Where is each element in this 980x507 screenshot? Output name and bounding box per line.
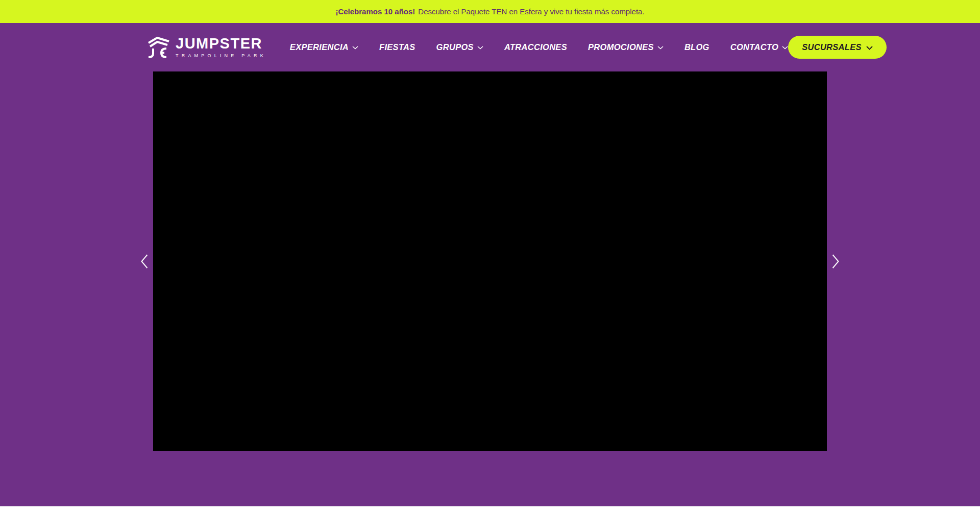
jumpster-mark-icon xyxy=(146,35,171,60)
sucursales-button-label: SUCURSALES xyxy=(802,42,862,52)
nav-item-label: CONTACTO xyxy=(730,42,778,52)
nav-item-fiestas[interactable]: FIESTAS xyxy=(379,42,415,52)
chevron-down-icon xyxy=(352,46,358,50)
nav-item-grupos[interactable]: GRUPOS xyxy=(436,42,483,52)
promo-banner-message: Descubre el Paquete TEN en Esfera y vive… xyxy=(418,7,644,16)
hero-carousel xyxy=(153,71,827,451)
logo-title: JUMPSTER xyxy=(176,36,266,51)
nav-item-label: EXPERIENCIA xyxy=(290,42,349,52)
carousel-next-button[interactable] xyxy=(830,253,841,270)
site-header: JUMPSTER TRAMPOLINE PARK EXPERIENCIA FIE… xyxy=(0,23,980,71)
nav-item-label: PROMOCIONES xyxy=(588,42,654,52)
logo-text: JUMPSTER TRAMPOLINE PARK xyxy=(176,36,266,58)
main-nav: EXPERIENCIA FIESTAS GRUPOS ATRACCIONES P… xyxy=(290,42,788,52)
chevron-right-icon xyxy=(831,254,840,269)
header-inner: JUMPSTER TRAMPOLINE PARK EXPERIENCIA FIE… xyxy=(146,23,834,71)
carousel-prev-button[interactable] xyxy=(139,253,150,270)
promo-banner-highlight: ¡Celebramos 10 años! xyxy=(335,7,415,16)
chevron-down-icon xyxy=(477,46,483,50)
nav-item-label: GRUPOS xyxy=(436,42,474,52)
chevron-down-icon xyxy=(866,46,873,50)
sucursales-button[interactable]: SUCURSALES xyxy=(788,36,887,59)
nav-item-promociones[interactable]: PROMOCIONES xyxy=(588,42,664,52)
chevron-down-icon xyxy=(657,46,664,50)
nav-item-atracciones[interactable]: ATRACCIONES xyxy=(504,42,567,52)
promo-banner: ¡Celebramos 10 años! Descubre el Paquete… xyxy=(0,0,980,23)
nav-item-experiencia[interactable]: EXPERIENCIA xyxy=(290,42,358,52)
nav-item-label: FIESTAS xyxy=(379,42,415,52)
logo-link[interactable]: JUMPSTER TRAMPOLINE PARK xyxy=(146,35,266,60)
hero-video-slide[interactable] xyxy=(153,71,827,451)
nav-item-blog[interactable]: BLOG xyxy=(684,42,709,52)
nav-item-label: ATRACCIONES xyxy=(504,42,567,52)
chevron-left-icon xyxy=(140,254,149,269)
nav-item-contacto[interactable]: CONTACTO xyxy=(730,42,788,52)
nav-item-label: BLOG xyxy=(684,42,709,52)
chevron-down-icon xyxy=(782,46,788,50)
logo-subtitle: TRAMPOLINE PARK xyxy=(176,53,266,58)
